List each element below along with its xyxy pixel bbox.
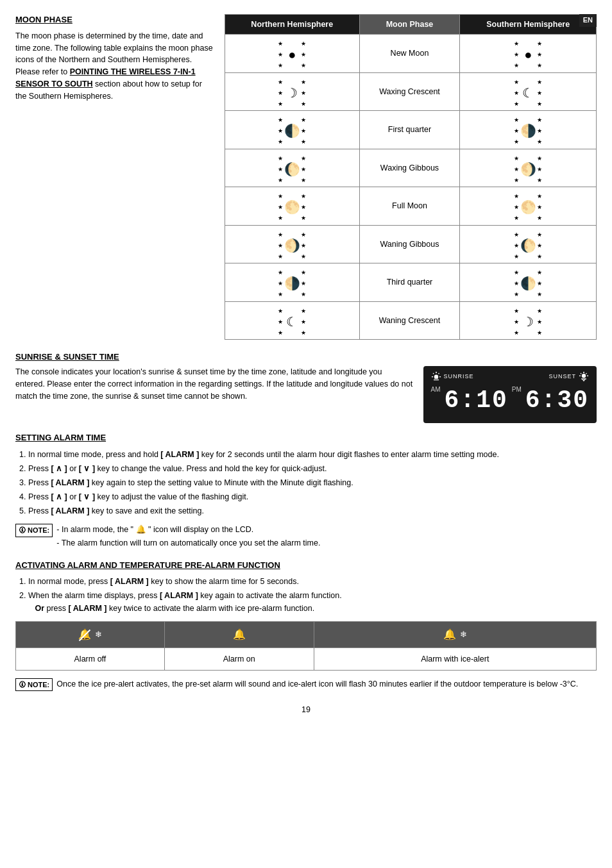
note2-icon: 🛈 NOTE: [15, 678, 53, 692]
table-row: ★ ★ ★ ● ★ ★ ★ New Moon ★ ★ [225, 35, 597, 73]
moon-name: Waxing Crescent [359, 72, 460, 111]
svg-rect-3 [431, 376, 432, 378]
moon-name: Full Moon [359, 187, 460, 226]
snowflake-icon: ❄ [95, 629, 102, 641]
note-line-1: - In alarm mode, the " 🔔 " icon will dis… [56, 524, 597, 536]
key-label: [ ALARM ] [51, 478, 89, 487]
svg-rect-8 [583, 372, 584, 373]
sunrise-label: SUNRISE [431, 371, 474, 381]
key-label: [ ∨ ] [79, 464, 95, 473]
note2-text: Once the ice pre-alert activates, the pr… [56, 678, 597, 690]
svg-point-7 [582, 374, 586, 378]
sunrise-section: SUNRISE & SUNSET TIME The console indica… [15, 351, 597, 423]
table-row: ★ ★ ★ 🌕 ★ ★ ★ Full Moon ★ ★ [225, 187, 597, 226]
alarm-off-icon: 🔔 ❄ [20, 627, 160, 642]
alarm-section-title: SETTING ALARM TIME [15, 432, 597, 444]
key-label: [ ∧ ] [51, 492, 67, 501]
alarm-on-label: Alarm on [164, 647, 314, 670]
table-row: Alarm off Alarm on Alarm with ice-alert [16, 647, 597, 670]
table-row: ★ ★ ★ 🌗 ★ ★ ★ Third quarter ★ [225, 263, 597, 302]
sunset-label-text: SUNSET [548, 372, 576, 381]
key-label: [ ALARM ] [51, 506, 89, 515]
snowflake-active-icon: ❄ [460, 629, 467, 641]
svg-rect-5 [432, 373, 434, 374]
table-row: ★ ★ ★ 🌔 ★ ★ ★ Waxing Gibbous ★ [225, 149, 597, 187]
note-box-1: 🛈 NOTE: - In alarm mode, the " 🔔 " icon … [15, 524, 597, 551]
alarm-bell-strikethrough: 🔔 [78, 627, 91, 642]
sunrise-label-text: SUNRISE [444, 372, 474, 381]
key-label: [ ALARM ] [160, 450, 199, 459]
col-north: Northern Hemisphere [225, 15, 360, 35]
alarm-bell-ice: 🔔 [443, 627, 456, 642]
sunrise-time: 6:10 [445, 383, 508, 418]
key-label: [ ALARM ] [160, 591, 198, 600]
svg-rect-6 [438, 373, 439, 374]
table-row: ★ ★ ★ 🌖 ★ ★ ★ Waning Gibbous ★ [225, 225, 597, 263]
moon-name: New Moon [359, 35, 460, 73]
sunset-label: SUNSET [548, 371, 589, 381]
svg-rect-9 [579, 375, 581, 376]
moon-phase-table: Northern Hemisphere Moon Phase Southern … [225, 14, 597, 340]
list-item: In normal time mode, press and hold [ AL… [28, 448, 597, 461]
note-content-1: - In alarm mode, the " 🔔 " icon will dis… [56, 524, 597, 551]
alarm-off-icon-cell: 🔔 ❄ [16, 622, 165, 647]
col-moon: Moon Phase [359, 15, 460, 35]
list-item: In normal mode, press [ ALARM ] key to s… [28, 575, 597, 588]
page-number: 19 [15, 704, 597, 715]
alarm-on-icon-cell: 🔔 [164, 622, 314, 647]
moon-phase-desc: The moon phase is determined by the time… [15, 30, 214, 103]
list-item: Press [ ALARM ] key to save and exit the… [28, 505, 597, 517]
alarm-off-label: Alarm off [16, 647, 165, 670]
note2-label: NOTE: [28, 681, 49, 689]
key-label: [ ALARM ] [69, 604, 107, 613]
table-row: ★ ★ ★ 🌓 ★ ★ ★ First quarter ★ [225, 111, 597, 149]
table-row: ★ ★ ★ ☾ ★ ★ ★ Waning Crescent ★ [225, 301, 597, 340]
alarm-ice-label: Alarm with ice-alert [314, 647, 596, 670]
note-label: NOTE: [28, 526, 49, 534]
sunset-time: 6:30 [525, 383, 589, 418]
pm-label: PM [512, 385, 522, 395]
alarm-on-icon: 🔔 [169, 627, 310, 642]
moon-name: Waning Crescent [359, 301, 460, 340]
sunrise-sun-icon [431, 371, 441, 381]
sunrise-display: SUNRISE SUNSET [423, 366, 597, 423]
activate-section: ACTIVATING ALARM AND TEMPERATURE PRE-ALA… [15, 560, 597, 615]
sunrise-title: SUNRISE & SUNSET TIME [15, 351, 597, 363]
note2-content: Once the ice pre-alert activates, the pr… [56, 678, 597, 692]
key-label: [ ALARM ] [110, 577, 149, 586]
moon-phase-text: MOON PHASE The moon phase is determined … [15, 14, 214, 340]
top-section: MOON PHASE The moon phase is determined … [15, 14, 597, 340]
moon-name: Third quarter [359, 263, 460, 302]
list-item: Press [ ∧ ] or [ ∨ ] key to change the v… [28, 462, 597, 475]
note-box-2: 🛈 NOTE: Once the ice pre-alert activates… [15, 678, 597, 692]
en-badge: EN [579, 14, 597, 27]
svg-rect-1 [436, 372, 437, 373]
alarm-section: SETTING ALARM TIME In normal time mode, … [15, 432, 597, 517]
list-item: Press [ ALARM ] key again to step the se… [28, 476, 597, 489]
note-line-2: - The alarm function will turn on automa… [56, 537, 597, 549]
times-row: AM 6:10 PM 6:30 [431, 383, 589, 418]
svg-rect-11 [580, 373, 581, 374]
page-container: EN MOON PHASE The moon phase is determin… [15, 14, 597, 716]
note-icon: 🛈 NOTE: [15, 524, 53, 537]
alarm-steps-list: In normal time mode, press and hold [ AL… [28, 448, 597, 517]
table-row: ★ ★ ★ ☽ ★ ★ ★ Waxing Crescent ★ [225, 72, 597, 111]
moon-name: First quarter [359, 111, 460, 149]
moon-name: Waxing Gibbous [359, 149, 460, 187]
moon-name: Waning Gibbous [359, 225, 460, 263]
alarm-ice-icon: 🔔 ❄ [318, 627, 592, 642]
key-label: [ ∧ ] [51, 464, 67, 473]
alarm-bell-on: 🔔 [233, 627, 246, 642]
sunrise-content: The console indicates your location's su… [15, 366, 597, 423]
alarm-ice-icon-cell: 🔔 ❄ [314, 622, 596, 647]
list-item: When the alarm time displays, press [ AL… [28, 589, 597, 615]
list-item: Press [ ∧ ] or [ ∨ ] key to adjust the v… [28, 490, 597, 503]
svg-rect-10 [587, 375, 588, 376]
activate-title: ACTIVATING ALARM AND TEMPERATURE PRE-ALA… [15, 560, 597, 572]
col-south: Southern Hemisphere [460, 15, 597, 35]
key-label: [ ∨ ] [79, 492, 95, 501]
alarm-states-table: 🔔 ❄ 🔔 🔔 ❄ Alarm off Alarm on Alarm with … [15, 621, 597, 670]
table-row: 🔔 ❄ 🔔 🔔 ❄ [16, 622, 597, 647]
sunrise-description: The console indicates your location's su… [15, 366, 413, 402]
am-label: AM [431, 385, 441, 395]
